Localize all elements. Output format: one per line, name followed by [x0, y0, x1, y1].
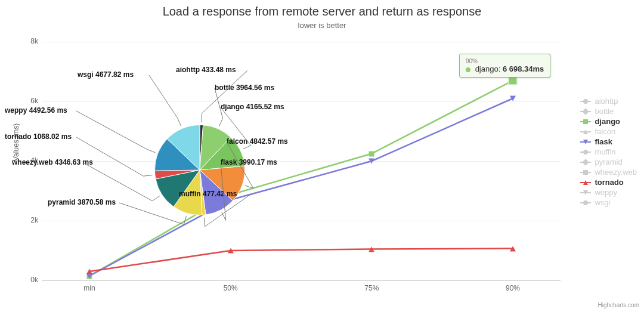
chart-title: Load a response from remote server and r… — [0, 5, 644, 18]
pie-label-wsgi: wsgi 4677.82 ms — [78, 70, 134, 79]
chart-subtitle: lower is better — [0, 21, 644, 30]
legend-label: wheezy.web — [595, 168, 637, 177]
legend-item-wsgi[interactable]: wsgi — [580, 198, 637, 207]
x-tick-label: 75% — [354, 284, 389, 292]
legend-label: flask — [595, 137, 612, 146]
series-marker-django[interactable] — [369, 151, 374, 156]
legend-label: aiohttp — [595, 97, 618, 106]
tooltip: 90% django: 6 698.34ms — [459, 54, 550, 78]
gridline — [42, 221, 561, 221]
tooltip-series: django — [475, 64, 499, 73]
pie-connector — [76, 137, 152, 176]
legend-label: bottle — [595, 107, 614, 116]
series-marker-tornado[interactable] — [369, 246, 374, 252]
chart-credits[interactable]: Highcharts.com — [598, 302, 639, 308]
x-tick-label: 50% — [213, 284, 249, 292]
series-marker-flask[interactable] — [369, 159, 374, 164]
legend-item-flask[interactable]: flask — [580, 137, 637, 146]
legend-item-tornado[interactable]: tornado — [580, 178, 637, 187]
pie-label-wheezy.web: wheezy.web 4346.63 ms — [12, 158, 93, 166]
pie-label-muffin: muffin 477.42 ms — [179, 190, 237, 198]
pie-connector — [202, 70, 247, 122]
series-line-tornado[interactable] — [89, 249, 513, 271]
legend-item-aiohttp[interactable]: aiohttp — [580, 97, 637, 106]
legend-label: muffin — [595, 147, 615, 156]
plot-area: 0k2k4k6k8k min50%75%90% aiohttp 433.48 m… — [42, 42, 561, 280]
series-marker-tornado[interactable] — [86, 269, 92, 274]
gridline — [42, 101, 561, 102]
legend-item-pyramid[interactable]: pyramid — [580, 157, 637, 166]
x-tick-label: min — [72, 284, 107, 292]
series-marker-tornado[interactable] — [228, 248, 234, 254]
series-marker-flask[interactable] — [510, 96, 516, 101]
y-tick-label: 0k — [24, 276, 38, 284]
pie-label-tornado: tornado 1068.02 ms — [5, 132, 72, 141]
pie-connector — [76, 111, 156, 153]
pie-label-django: django 4165.52 ms — [221, 103, 284, 111]
legend-label: weppy — [595, 188, 617, 197]
legend-label: pyramid — [595, 157, 622, 166]
legend-label: django — [595, 117, 620, 126]
y-tick-label: 2k — [24, 216, 38, 224]
legend-label: falcon — [595, 127, 615, 136]
legend-item-weppy[interactable]: weppy — [580, 188, 637, 197]
y-axis-title: Values (ms) — [12, 123, 20, 161]
legend-item-django[interactable]: django — [580, 117, 637, 126]
legend-item-muffin[interactable]: muffin — [580, 147, 637, 156]
pie-connector — [149, 75, 181, 126]
pie-label-pyramid: pyramid 3870.58 ms — [48, 198, 116, 206]
pie-label-falcon: falcon 4842.57 ms — [227, 137, 288, 146]
gridline — [42, 42, 561, 42]
pie-label-flask: flask 3990.17 ms — [221, 158, 277, 166]
x-axis-line — [42, 280, 561, 281]
legend-item-wheezy.web[interactable]: wheezy.web — [580, 168, 637, 177]
pie-chart — [149, 119, 250, 221]
gridline — [42, 161, 561, 162]
tooltip-dot — [466, 67, 470, 72]
y-tick-label: 6k — [24, 97, 38, 105]
series-marker-tornado[interactable] — [510, 246, 516, 251]
legend: aiohttpbottledjangofalconflaskmuffinpyra… — [580, 95, 637, 208]
legend-label: wsgi — [595, 198, 610, 207]
legend-item-bottle[interactable]: bottle — [580, 107, 637, 116]
legend-item-falcon[interactable]: falcon — [580, 127, 637, 136]
pie-connector — [83, 163, 160, 201]
legend-label: tornado — [595, 178, 623, 187]
pie-label-weppy: weppy 4492.56 ms — [5, 106, 67, 115]
pie-label-bottle: bottle 3964.56 ms — [215, 84, 274, 92]
pie-label-aiohttp: aiohttp 433.48 ms — [176, 66, 236, 74]
y-tick-label: 8k — [24, 37, 38, 45]
tooltip-value: 6 698.34ms — [503, 64, 544, 73]
tooltip-category: 90% — [466, 58, 544, 64]
x-tick-label: 90% — [495, 284, 531, 292]
